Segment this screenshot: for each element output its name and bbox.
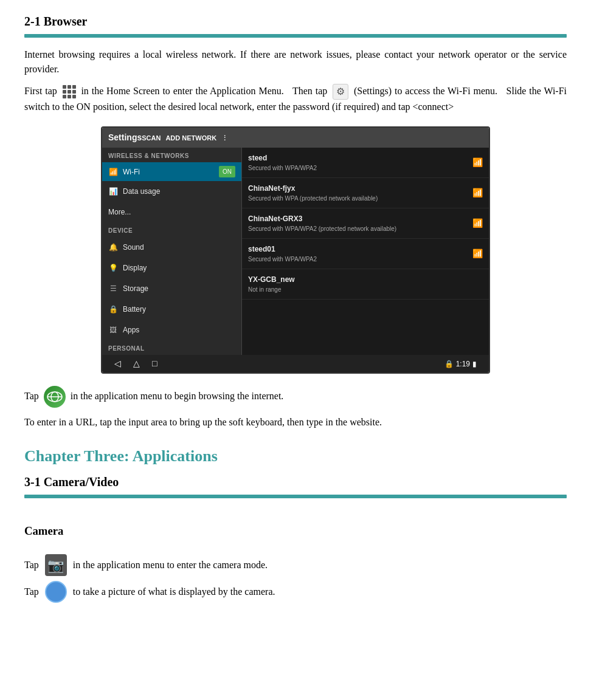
section-2-1-title: 2-1 Browser bbox=[24, 12, 567, 30]
list-item[interactable]: steed Secured with WPA/WPA2 📶 bbox=[242, 148, 489, 178]
device-screenshot: Settings SCAN ADD NETWORK ⋮ WIRELESS & N… bbox=[101, 126, 490, 374]
apps-item[interactable]: 🖼 Apps bbox=[102, 320, 241, 340]
wifi-menu-item[interactable]: 📶 Wi-Fi ON bbox=[102, 162, 241, 181]
storage-item[interactable]: ☰ Storage bbox=[102, 278, 241, 299]
sound-item[interactable]: 🔔 Sound bbox=[102, 237, 241, 258]
network-name: ChinaNet-GRX3 bbox=[248, 213, 396, 224]
wifi-toggle-status[interactable]: ON bbox=[219, 166, 235, 177]
clock: 1:19 bbox=[456, 359, 470, 369]
wifi-signal-icon: 📶 bbox=[472, 217, 483, 230]
network-status: Secured with WPA/WPA2 (protected network… bbox=[248, 224, 396, 233]
section-2-1-intro: Internet browsing requires a local wirel… bbox=[24, 47, 567, 77]
section-3-1-title: 3-1 Camera/Video bbox=[24, 473, 567, 491]
apps-icon: 🖼 bbox=[108, 325, 118, 335]
wifi-signal-icon: 📶 bbox=[472, 156, 483, 169]
shutter-button-icon bbox=[45, 581, 67, 603]
add-network-button[interactable]: ADD NETWORK bbox=[165, 133, 216, 143]
wireless-section-header: WIRELESS & NETWORKS bbox=[102, 148, 241, 162]
wifi-screenshot-container: Settings SCAN ADD NETWORK ⋮ WIRELESS & N… bbox=[24, 126, 567, 374]
camera-tap-line-1: Tap in the application menu to enter the… bbox=[24, 554, 567, 576]
nav-icons: ◁ △ □ bbox=[114, 357, 157, 370]
list-item[interactable]: YX-GCB_new Not in range bbox=[242, 269, 489, 300]
personal-section-header: PERSONAL bbox=[102, 340, 241, 355]
battery-icon: 🔒 bbox=[108, 304, 118, 314]
more-menu-icon[interactable]: ⋮ bbox=[221, 133, 228, 143]
network-status: Secured with WPA (protected network avai… bbox=[248, 194, 378, 203]
more-item[interactable]: More... bbox=[102, 202, 241, 222]
settings-header-actions: SCAN ADD NETWORK ⋮ bbox=[142, 133, 228, 143]
data-usage-icon: 📊 bbox=[108, 187, 118, 196]
tap-label-1: Tap bbox=[24, 558, 39, 572]
section-3-1-divider bbox=[24, 495, 567, 498]
network-name: ChinaNet-fjyx bbox=[248, 183, 378, 194]
left-panel: WIRELESS & NETWORKS 📶 Wi-Fi ON 📊 Data us… bbox=[102, 148, 242, 355]
data-usage-item[interactable]: 📊 Data usage bbox=[102, 181, 241, 202]
battery-item[interactable]: 🔒 Battery bbox=[102, 299, 241, 320]
settings-header: Settings SCAN ADD NETWORK ⋮ bbox=[102, 128, 489, 148]
battery-label: Battery bbox=[123, 304, 146, 315]
bottom-nav-bar: ◁ △ □ 🔒 1:19 ▮ bbox=[102, 355, 489, 372]
camera-tap-line-2: Tap to take a picture of what is display… bbox=[24, 581, 567, 603]
network-name: YX-GCB_new bbox=[248, 274, 295, 285]
camera-tap-2-text: to take a picture of what is displayed b… bbox=[73, 585, 275, 599]
device-section-header: DEVICE bbox=[102, 222, 241, 237]
wifi-label: Wi-Fi bbox=[123, 166, 140, 177]
time-display: 🔒 1:19 ▮ bbox=[444, 359, 477, 369]
sound-icon: 🔔 bbox=[108, 242, 118, 252]
camera-app-icon bbox=[45, 554, 67, 576]
back-icon[interactable]: ◁ bbox=[114, 357, 121, 370]
grid-icon bbox=[63, 85, 76, 98]
list-item[interactable]: steed01 Secured with WPA/WPA2 📶 bbox=[242, 239, 489, 269]
section-2-1-instruction: First tap in the Home Screen to enter th… bbox=[24, 84, 567, 114]
wifi-signal-icon: 📶 bbox=[472, 247, 483, 260]
settings-title: Settings bbox=[108, 131, 142, 144]
home-icon[interactable]: △ bbox=[133, 357, 140, 370]
settings-body: WIRELESS & NETWORKS 📶 Wi-Fi ON 📊 Data us… bbox=[102, 148, 489, 355]
network-name: steed01 bbox=[248, 244, 317, 255]
browser-app-icon bbox=[44, 386, 66, 408]
network-status: Secured with WPA/WPA2 bbox=[248, 255, 317, 264]
camera-tap-1-text: in the application menu to enter the cam… bbox=[73, 558, 268, 572]
chapter-three-title: Chapter Three: Applications bbox=[24, 444, 567, 468]
data-usage-label: Data usage bbox=[123, 186, 160, 197]
settings-icon bbox=[333, 84, 348, 100]
apps-label: Apps bbox=[123, 324, 139, 335]
more-label: More... bbox=[108, 207, 131, 218]
right-panel: steed Secured with WPA/WPA2 📶 ChinaNet-f… bbox=[242, 148, 489, 355]
storage-icon: ☰ bbox=[108, 284, 118, 293]
display-icon: 💡 bbox=[108, 263, 118, 273]
sound-label: Sound bbox=[123, 242, 144, 253]
tap-instruction: Tap in the application menu to begin bro… bbox=[24, 386, 567, 408]
storage-label: Storage bbox=[123, 283, 148, 294]
list-item[interactable]: ChinaNet-GRX3 Secured with WPA/WPA2 (pro… bbox=[242, 208, 489, 239]
battery-status-icon: ▮ bbox=[472, 359, 477, 369]
wifi-icon: 📶 bbox=[108, 167, 118, 177]
url-instruction: To enter in a URL, tap the input area to… bbox=[24, 415, 567, 430]
section-divider bbox=[24, 34, 567, 38]
camera-heading: Camera bbox=[24, 523, 567, 540]
network-status: Secured with WPA/WPA2 bbox=[248, 163, 317, 173]
scan-button[interactable]: SCAN bbox=[142, 133, 161, 143]
list-item[interactable]: ChinaNet-fjyx Secured with WPA (protecte… bbox=[242, 178, 489, 208]
network-name: steed bbox=[248, 153, 317, 163]
lock-icon: 🔒 bbox=[444, 359, 454, 369]
wifi-signal-icon: 📶 bbox=[472, 187, 483, 199]
display-label: Display bbox=[123, 262, 147, 273]
recents-icon[interactable]: □ bbox=[152, 357, 157, 370]
tap-label-2: Tap bbox=[24, 585, 39, 599]
display-item[interactable]: 💡 Display bbox=[102, 258, 241, 278]
network-status: Not in range bbox=[248, 285, 295, 294]
